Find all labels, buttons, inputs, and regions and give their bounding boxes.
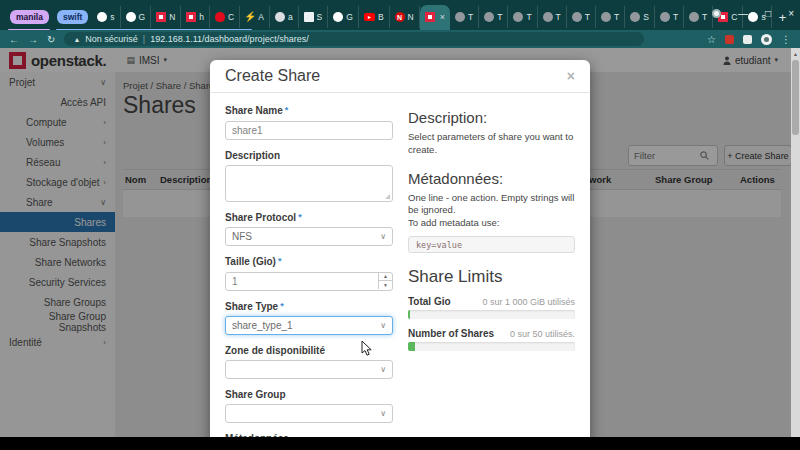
github-favicon-icon bbox=[333, 12, 343, 22]
urlbar-actions: ☆ ⋮ bbox=[707, 34, 791, 45]
spinner-down-icon[interactable]: ▼ bbox=[379, 281, 392, 289]
browser-tab[interactable]: N bbox=[151, 6, 181, 28]
browser-tab[interactable]: T bbox=[567, 6, 596, 28]
share-name-label: Share Name* bbox=[225, 105, 393, 116]
youtube-favicon-icon: ▸ bbox=[364, 13, 375, 21]
tab-title: S bbox=[643, 12, 649, 22]
browser-tabstrip: manilaswiftsGNhC⚡AaSG▸BNN×TTTTTTSTTCs + bbox=[0, 4, 800, 30]
browser-tab[interactable]: ▸B bbox=[359, 6, 390, 28]
mouse-cursor bbox=[361, 340, 373, 361]
share-name-input[interactable] bbox=[225, 121, 393, 140]
size-field: ▲▼ bbox=[225, 271, 393, 291]
globe-favicon-icon bbox=[601, 12, 611, 22]
browser-tab[interactable]: a bbox=[270, 6, 299, 28]
browser-tab[interactable]: T bbox=[538, 6, 567, 28]
chevron-down-icon: ∨ bbox=[380, 232, 386, 241]
extensions-puzzle-icon[interactable] bbox=[743, 35, 752, 44]
browser-tab[interactable]: T bbox=[596, 6, 625, 28]
page-scrollbar[interactable]: ▲ bbox=[791, 48, 800, 437]
modal-help-column: Description: Select parameters of share … bbox=[408, 105, 575, 446]
bookmark-star-icon[interactable]: ☆ bbox=[707, 34, 716, 45]
extension-icon[interactable] bbox=[725, 35, 734, 44]
browser-tab[interactable]: G bbox=[328, 6, 359, 28]
number-of-shares-row: Number of Shares 0 sur 50 utilisés. bbox=[408, 328, 575, 339]
avatar-glyph bbox=[764, 37, 769, 42]
profile-avatar[interactable] bbox=[761, 34, 772, 45]
redhat-favicon-icon bbox=[215, 12, 225, 22]
browser-urlbar: ← → ↻ ▲ Non sécurisé | 192.168.1.11/dash… bbox=[0, 30, 800, 48]
url-separator: | bbox=[143, 34, 145, 44]
tab-title: N bbox=[408, 12, 414, 22]
url-text[interactable]: 192.168.1.11/dashboard/project/shares/ bbox=[150, 34, 308, 44]
help-metadata-text: One line - one action. Empty strings wil… bbox=[408, 192, 575, 230]
description-label: Description bbox=[225, 150, 393, 161]
tab-title: T bbox=[702, 12, 707, 22]
tab-title: T bbox=[468, 12, 473, 22]
letterbox-bar bbox=[0, 437, 800, 450]
browser-tab[interactable]: s bbox=[92, 6, 120, 28]
scrollbar-up-icon[interactable]: ▲ bbox=[791, 48, 800, 59]
modal-close-icon[interactable]: × bbox=[567, 68, 575, 84]
tab-title: T bbox=[673, 12, 678, 22]
browser-tab[interactable]: NN bbox=[390, 6, 420, 28]
browser-tab[interactable]: G bbox=[121, 6, 152, 28]
browser-tab[interactable]: S bbox=[299, 6, 329, 28]
tab-title: B bbox=[378, 12, 384, 22]
browser-tab[interactable]: T bbox=[479, 6, 508, 28]
minimize-button[interactable]: — bbox=[738, 8, 748, 19]
required-asterisk: * bbox=[285, 105, 289, 115]
browser-tab[interactable]: h bbox=[181, 6, 210, 28]
number-of-shares-usage: 0 sur 50 utilisés. bbox=[510, 329, 575, 339]
tab-title: T bbox=[614, 12, 619, 22]
modal-header: Create Share × bbox=[210, 60, 590, 93]
browser-tab[interactable]: T bbox=[684, 6, 713, 28]
address-bar[interactable]: ▲ Non sécurisé | 192.168.1.11/dashboard/… bbox=[64, 32, 644, 46]
tab-close-icon[interactable]: × bbox=[440, 12, 445, 22]
globe-favicon-icon bbox=[455, 12, 465, 22]
availability-zone-select[interactable]: ∨ bbox=[225, 360, 393, 379]
globe-favicon-icon bbox=[660, 12, 670, 22]
back-icon[interactable]: ← bbox=[9, 34, 19, 45]
spinner-up-icon[interactable]: ▲ bbox=[379, 272, 392, 281]
browser-tab[interactable]: ⚡A bbox=[240, 6, 270, 28]
tab-group-swift[interactable]: swift bbox=[57, 10, 88, 24]
tab-title: T bbox=[497, 12, 502, 22]
share-type-select[interactable]: share_type_1∨ bbox=[225, 316, 393, 335]
tab-title: A bbox=[258, 12, 264, 22]
reload-icon[interactable]: ↻ bbox=[47, 34, 55, 45]
browser-tab[interactable]: T bbox=[450, 6, 479, 28]
forward-icon[interactable]: → bbox=[28, 34, 38, 45]
browser-tab[interactable]: T bbox=[508, 6, 537, 28]
warning-triangle-icon: ▲ bbox=[73, 36, 80, 43]
browser-menu-icon[interactable]: ⋮ bbox=[781, 34, 791, 45]
security-warning-label[interactable]: Non sécurisé bbox=[85, 34, 138, 44]
globe-favicon-icon bbox=[572, 12, 582, 22]
create-share-modal: Create Share × Share Name* Description S… bbox=[210, 60, 590, 446]
share-group-select[interactable]: ∨ bbox=[225, 404, 393, 423]
number-of-shares-progressbar bbox=[408, 342, 575, 351]
globe-favicon-icon bbox=[630, 12, 640, 22]
required-asterisk: * bbox=[298, 212, 302, 222]
nexus-favicon-icon: N bbox=[395, 12, 405, 22]
size-input[interactable] bbox=[225, 272, 393, 291]
tab-group-manila[interactable]: manila bbox=[10, 10, 49, 24]
browser-tab[interactable]: C bbox=[210, 6, 240, 28]
close-window-button[interactable]: × bbox=[788, 8, 794, 19]
browser-tab[interactable]: S bbox=[625, 6, 655, 28]
tab-title: G bbox=[346, 12, 353, 22]
share-type-value: share_type_1 bbox=[232, 320, 293, 331]
description-textarea[interactable] bbox=[225, 165, 393, 202]
number-spinner[interactable]: ▲▼ bbox=[378, 272, 392, 289]
maximize-button[interactable]: □ bbox=[765, 8, 771, 19]
browser-tab-active[interactable]: × bbox=[420, 5, 450, 30]
github-favicon-icon bbox=[97, 12, 107, 22]
browser-tab[interactable]: T bbox=[655, 6, 684, 28]
total-gib-progressbar bbox=[408, 310, 575, 319]
openstack-favicon-icon bbox=[425, 12, 435, 22]
tab-search-icon[interactable] bbox=[712, 9, 721, 18]
scrollbar-thumb[interactable] bbox=[792, 60, 799, 135]
tab-title: T bbox=[556, 12, 561, 22]
number-of-shares-progress-fill bbox=[408, 342, 415, 351]
grid-favicon-icon bbox=[304, 12, 314, 22]
share-protocol-select[interactable]: NFS∨ bbox=[225, 227, 393, 246]
